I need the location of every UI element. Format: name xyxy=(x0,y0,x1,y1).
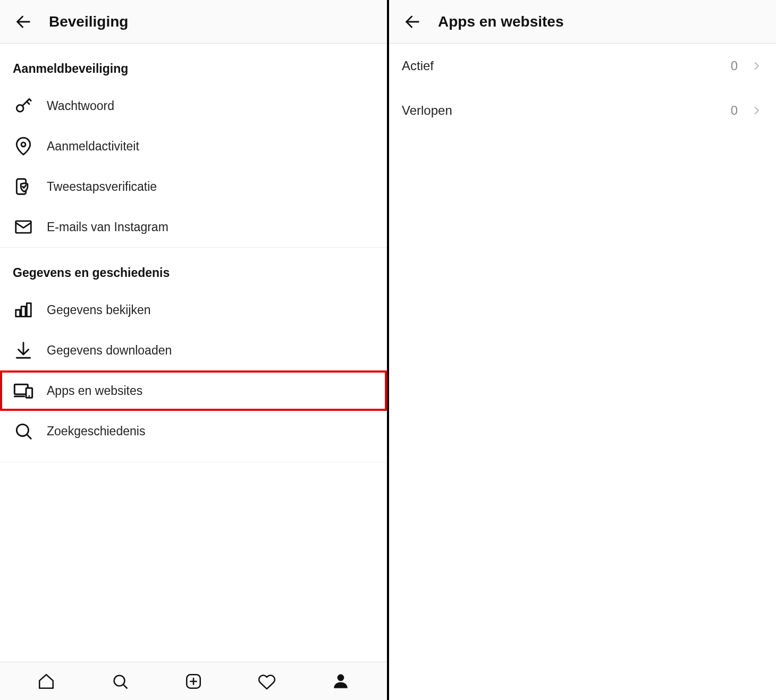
bottom-tabbar xyxy=(0,662,387,700)
svg-rect-10 xyxy=(27,303,31,316)
plus-square-icon xyxy=(184,672,203,690)
row-expired[interactable]: Verlopen 0 xyxy=(389,88,776,133)
page-title-left: Beveiliging xyxy=(49,13,128,30)
back-button[interactable] xyxy=(12,10,35,33)
back-button[interactable] xyxy=(401,10,424,33)
svg-line-3 xyxy=(27,102,29,104)
menu-item-label: Aanmeldactiviteit xyxy=(47,139,139,154)
menu-item-apps-websites[interactable]: Apps en websites xyxy=(0,370,387,411)
menu-item-2fa[interactable]: Tweestapsverificatie xyxy=(0,166,387,207)
home-icon xyxy=(37,672,55,690)
search-icon xyxy=(111,672,129,690)
security-content: Aanmeldbeveiliging Wachtwoord Aanmeldact… xyxy=(0,44,387,662)
download-icon xyxy=(13,340,34,361)
page-title-right: Apps en websites xyxy=(438,13,564,30)
header-left: Beveiliging xyxy=(0,0,387,44)
menu-item-password[interactable]: Wachtwoord xyxy=(0,86,387,126)
search-icon xyxy=(13,420,34,442)
apps-content: Actief 0 Verlopen 0 xyxy=(389,44,776,700)
heart-icon xyxy=(258,672,276,690)
chevron-right-icon xyxy=(752,105,763,116)
section-login-security: Aanmeldbeveiliging Wachtwoord Aanmeldact… xyxy=(0,44,387,247)
svg-line-4 xyxy=(29,99,31,100)
arrow-left-icon xyxy=(403,13,421,31)
row-label: Actief xyxy=(402,58,731,73)
tab-home[interactable] xyxy=(33,669,59,694)
row-label: Verlopen xyxy=(402,103,731,118)
chart-icon xyxy=(13,299,34,321)
profile-icon xyxy=(332,672,350,690)
menu-item-emails[interactable]: E-mails van Instagram xyxy=(0,207,387,247)
row-count: 0 xyxy=(731,58,738,73)
section-title: Gegevens en geschiedenis xyxy=(0,247,387,290)
security-panel: Beveiliging Aanmeldbeveiliging Wachtwoor… xyxy=(0,0,389,700)
menu-item-label: Zoekgeschiedenis xyxy=(47,424,145,438)
menu-item-label: Gegevens bekijken xyxy=(47,303,151,317)
menu-item-search-history[interactable]: Zoekgeschiedenis xyxy=(0,411,387,451)
shield-phone-icon xyxy=(13,176,34,197)
section-data-history: Gegevens en geschiedenis Gegevens bekijk… xyxy=(0,247,387,451)
location-pin-icon xyxy=(13,136,34,157)
menu-item-label: Wachtwoord xyxy=(47,99,114,113)
row-count: 0 xyxy=(731,103,738,118)
svg-line-20 xyxy=(123,684,126,688)
spacer xyxy=(0,462,387,483)
menu-item-label: Gegevens downloaden xyxy=(47,343,172,358)
arrow-left-icon xyxy=(14,13,32,31)
tab-profile[interactable] xyxy=(328,669,353,694)
svg-point-5 xyxy=(21,142,26,147)
tab-activity[interactable] xyxy=(254,669,280,694)
svg-rect-9 xyxy=(21,307,26,317)
menu-item-label: Tweestapsverificatie xyxy=(47,180,157,194)
row-active[interactable]: Actief 0 xyxy=(389,44,776,88)
apps-websites-panel: Apps en websites Actief 0 Verlopen 0 xyxy=(389,0,776,700)
menu-item-download-data[interactable]: Gegevens downloaden xyxy=(0,330,387,370)
tab-add[interactable] xyxy=(181,669,206,694)
section-title: Aanmeldbeveiliging xyxy=(0,44,387,86)
header-right: Apps en websites xyxy=(389,0,776,44)
menu-item-login-activity[interactable]: Aanmeldactiviteit xyxy=(0,126,387,166)
mail-icon xyxy=(13,216,34,238)
menu-item-label: Apps en websites xyxy=(47,384,142,398)
key-icon xyxy=(13,95,34,116)
menu-item-view-data[interactable]: Gegevens bekijken xyxy=(0,290,387,330)
svg-point-24 xyxy=(337,674,344,681)
svg-rect-8 xyxy=(16,310,20,317)
svg-line-18 xyxy=(27,434,31,438)
chevron-right-icon xyxy=(752,60,763,72)
devices-icon xyxy=(13,380,34,401)
tab-search[interactable] xyxy=(107,669,133,694)
menu-item-label: E-mails van Instagram xyxy=(47,220,168,234)
